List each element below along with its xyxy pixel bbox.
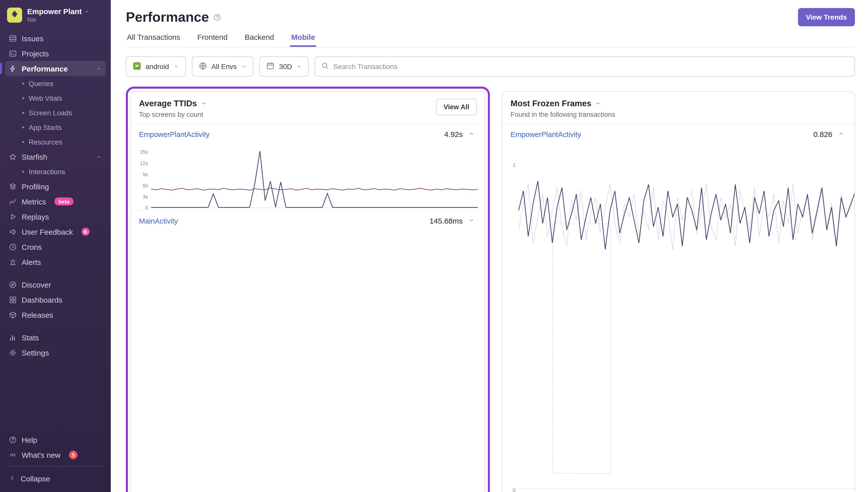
chevron-up-icon: [468, 130, 474, 138]
sidebar-item-queries[interactable]: Queries: [5, 76, 106, 91]
sidebar-item-user-feedback[interactable]: User FeedbackB: [5, 224, 106, 239]
top-panels-row: Average TTIDs Top screens by count View …: [126, 87, 855, 492]
org-name: Empower Plant: [27, 7, 82, 16]
transaction-link[interactable]: EmpowerPlantActivity: [511, 130, 581, 138]
chevron-up-icon: [838, 130, 844, 138]
sidebar-subitem-label: App Starts: [29, 123, 62, 131]
clock-icon: [9, 243, 17, 250]
sidebar-item-alerts[interactable]: Alerts: [5, 254, 106, 269]
sidebar-item-web-vitals[interactable]: Web Vitals: [5, 91, 106, 105]
sidebar-item-app-starts[interactable]: App Starts: [5, 120, 106, 134]
sidebar-item-starfish[interactable]: Starfish: [5, 149, 106, 164]
sidebar-item-releases[interactable]: Releases: [5, 307, 106, 322]
expand-button[interactable]: [466, 215, 477, 226]
sidebar-item-settings[interactable]: Settings: [5, 345, 106, 360]
transaction-summary-row: MainActivity 145.68ms: [131, 210, 485, 231]
sidebar-item-label: Discover: [22, 280, 51, 289]
sidebar-item-screen-loads[interactable]: Screen Loads: [5, 105, 106, 120]
sidebar-item-stats[interactable]: Stats: [5, 330, 106, 345]
sidebar-item-crons[interactable]: Crons: [5, 239, 106, 254]
sidebar-item-label: Projects: [22, 49, 49, 58]
sidebar-item-resources[interactable]: Resources: [5, 134, 106, 149]
transaction-link[interactable]: EmpowerPlantActivity: [139, 130, 209, 138]
sidebar-collapse-button[interactable]: Collapse: [5, 471, 106, 486]
megaphone-icon: [9, 228, 17, 236]
ttid-chart: [151, 149, 478, 208]
bullet-icon: [22, 82, 24, 84]
chevron-down-icon: [241, 64, 247, 69]
sidebar-item-label: Metrics: [22, 197, 46, 206]
org-switcher[interactable]: Empower Plant Nar: [0, 0, 111, 27]
search-transactions-input[interactable]: [333, 63, 848, 71]
sidebar-item-replays[interactable]: Replays: [5, 209, 106, 224]
chevron-down-icon[interactable]: [201, 101, 206, 106]
sidebar-nav: IssuesProjectsPerformanceQueriesWeb Vita…: [0, 27, 111, 429]
badge-beta: beta: [55, 197, 74, 205]
tab-frontend[interactable]: Frontend: [196, 33, 229, 47]
sidebar-group: DiscoverDashboardsReleases: [5, 277, 106, 322]
sidebar-item-interactions[interactable]: Interactions: [5, 164, 106, 179]
collapse-button[interactable]: [835, 129, 846, 140]
transaction-summary-row: EmpowerPlantActivity 4.92s: [131, 123, 485, 145]
chevron-up-icon: [468, 131, 474, 137]
transaction-link[interactable]: MainActivity: [139, 217, 178, 225]
sidebar-item-help[interactable]: Help: [5, 432, 106, 447]
page-title-help-icon[interactable]: [213, 13, 221, 21]
sidebar-subitem-label: Screen Loads: [29, 108, 72, 117]
chevron-down-icon[interactable]: [595, 101, 601, 106]
panel-subtitle: Found in the following transactions: [511, 111, 615, 118]
chevron-down-icon: [85, 7, 90, 16]
tab-all-transactions[interactable]: All Transactions: [126, 33, 181, 47]
sidebar-group: IssuesProjectsPerformanceQueriesWeb Vita…: [5, 31, 106, 269]
chart-series: [151, 151, 478, 207]
empower-plant-logo-icon: [10, 9, 19, 20]
transaction-value: 145.68ms: [430, 217, 463, 225]
collapse-button[interactable]: [466, 129, 477, 140]
chevron-down-icon: [201, 101, 206, 106]
grid-icon: [9, 296, 17, 303]
sidebar-item-label: Starfish: [22, 152, 47, 161]
tab-backend[interactable]: Backend: [244, 33, 275, 47]
frozen-frames-chart-area: 10: [503, 145, 854, 491]
sidebar-item-dashboards[interactable]: Dashboards: [5, 292, 106, 307]
y-axis-tick: 9s: [143, 172, 148, 177]
sidebar-item-projects[interactable]: Projects: [5, 46, 106, 61]
sidebar-item-performance[interactable]: Performance: [5, 61, 106, 76]
sidebar-item-label: Releases: [22, 311, 53, 319]
search-icon: [321, 62, 329, 69]
globe-icon: [199, 62, 207, 70]
search-box: [315, 56, 855, 77]
view-all-button[interactable]: View All: [436, 99, 477, 115]
chart-series: [518, 184, 855, 249]
org-subtitle: Nar: [27, 17, 90, 23]
sidebar-item-whats-new[interactable]: What's new5: [5, 447, 106, 462]
tab-mobile[interactable]: Mobile: [290, 33, 316, 47]
transaction-value: 0.826: [813, 130, 832, 139]
most-frozen-frames-panel: Most Frozen Frames Found in the followin…: [502, 91, 855, 492]
sidebar-item-label: Crons: [22, 243, 42, 251]
sidebar-item-discover[interactable]: Discover: [5, 277, 106, 292]
sidebar-item-label: Performance: [22, 64, 68, 73]
project-filter[interactable]: android: [126, 56, 185, 77]
sidebar-item-profiling[interactable]: Profiling: [5, 179, 106, 194]
sidebar-bottom: HelpWhat's new5 Collapse: [0, 429, 111, 492]
sidebar-item-issues[interactable]: Issues: [5, 31, 106, 46]
star-icon: [9, 153, 17, 161]
issues-icon: [9, 34, 17, 42]
chevron-down-icon: [174, 63, 178, 71]
chevron-down-icon: [468, 217, 474, 225]
y-axis-tick: 15s: [140, 150, 148, 155]
date-range-filter[interactable]: 30D: [259, 56, 309, 77]
chevron-down-icon: [241, 63, 247, 71]
lightning-icon: [9, 65, 17, 72]
play-icon: [9, 213, 17, 220]
bullet-icon: [22, 141, 24, 143]
bullet-icon: [22, 97, 24, 99]
environment-filter[interactable]: All Envs: [192, 56, 253, 77]
main-content: Performance View Trends All Transactions…: [111, 0, 868, 492]
environment-icon: [199, 62, 207, 71]
environment-filter-value: All Envs: [211, 63, 237, 71]
sidebar-item-metrics[interactable]: Metricsbeta: [5, 194, 106, 209]
view-trends-button[interactable]: View Trends: [798, 8, 855, 26]
panel-title: Average TTIDs: [139, 99, 197, 108]
